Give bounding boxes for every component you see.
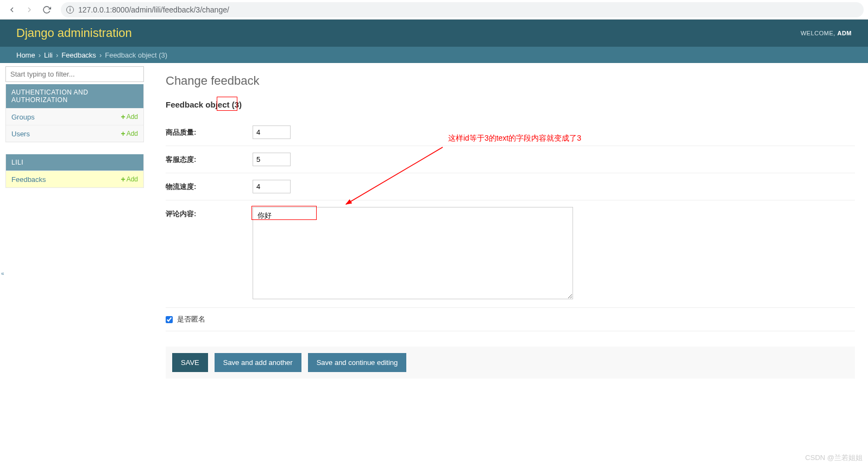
submit-row: SAVE Save and add another Save and conti…	[166, 347, 855, 379]
field-row-quality: 商品质量:	[166, 119, 855, 146]
add-link-users[interactable]: +Add	[121, 129, 138, 138]
model-row-users: Users +Add	[6, 125, 143, 142]
crumb-sep: ›	[39, 51, 41, 59]
app-auth: AUTHENTICATION AND AUTHORIZATION Groups …	[5, 84, 144, 142]
field-row-text: 评论内容:	[166, 200, 855, 308]
model-row-feedbacks: Feedbacks +Add	[6, 171, 143, 187]
sidebar-filter-input[interactable]	[5, 66, 144, 82]
crumb-app[interactable]: Lili	[44, 51, 53, 59]
model-link-feedbacks[interactable]: Feedbacks	[11, 175, 46, 184]
django-header: Django administration WELCOME, ADM	[0, 20, 868, 47]
object-title: Feedback object (3)	[166, 100, 242, 109]
url-text: 127.0.0.1:8000/admin/lili/feedback/3/cha…	[78, 5, 229, 14]
plus-icon: +	[121, 175, 125, 184]
model-link-groups[interactable]: Groups	[11, 113, 35, 121]
app-caption-auth[interactable]: AUTHENTICATION AND AUTHORIZATION	[6, 84, 143, 108]
reload-button[interactable]	[42, 5, 51, 14]
add-link-feedbacks[interactable]: +Add	[121, 175, 138, 184]
label-anon[interactable]: 是否匿名	[177, 314, 205, 324]
sidebar: « AUTHENTICATION AND AUTHORIZATION Group…	[0, 63, 144, 400]
input-service[interactable]	[253, 153, 291, 166]
page-title: Change feedback	[166, 74, 855, 88]
back-button[interactable]	[8, 5, 16, 14]
crumb-sep: ›	[56, 51, 58, 59]
field-row-service: 客服态度:	[166, 146, 855, 173]
model-link-users[interactable]: Users	[11, 130, 30, 138]
content-main: Change feedback Feedback object (3) 这样id…	[144, 63, 868, 400]
sidebar-collapse-handle[interactable]: «	[1, 270, 4, 276]
input-speed[interactable]	[253, 180, 291, 193]
plus-icon: +	[121, 112, 125, 121]
url-bar[interactable]: i 127.0.0.1:8000/admin/lili/feedback/3/c…	[61, 2, 864, 17]
label-quality: 商品质量:	[166, 125, 253, 137]
user-tools: WELCOME, ADM	[801, 30, 852, 36]
label-service: 客服态度:	[166, 153, 253, 165]
crumb-model[interactable]: Feedbacks	[61, 51, 96, 59]
model-row-groups: Groups +Add	[6, 108, 143, 125]
browser-toolbar: i 127.0.0.1:8000/admin/lili/feedback/3/c…	[0, 0, 868, 20]
app-lili: LILI Feedbacks +Add	[5, 154, 144, 188]
save-add-another-button[interactable]: Save and add another	[215, 353, 301, 372]
save-continue-button[interactable]: Save and continue editing	[308, 353, 407, 372]
app-caption-lili[interactable]: LILI	[6, 154, 143, 171]
forward-button[interactable]	[25, 5, 34, 14]
save-button[interactable]: SAVE	[172, 353, 208, 372]
brand-title[interactable]: Django administration	[16, 26, 132, 40]
crumb-home[interactable]: Home	[16, 51, 35, 59]
textarea-text[interactable]	[253, 207, 573, 299]
crumb-sep: ›	[99, 51, 102, 59]
label-speed: 物流速度:	[166, 180, 253, 192]
field-row-anon: 是否匿名	[166, 308, 855, 331]
field-row-speed: 物流速度:	[166, 173, 855, 200]
checkbox-anon[interactable]	[166, 316, 173, 323]
plus-icon: +	[121, 129, 125, 138]
breadcrumb: Home › Lili › Feedbacks › Feedback objec…	[0, 47, 868, 63]
add-link-groups[interactable]: +Add	[121, 112, 138, 121]
label-text: 评论内容:	[166, 207, 253, 219]
crumb-object: Feedback object (3)	[105, 51, 167, 59]
site-info-icon: i	[66, 6, 74, 14]
input-quality[interactable]	[253, 125, 291, 139]
